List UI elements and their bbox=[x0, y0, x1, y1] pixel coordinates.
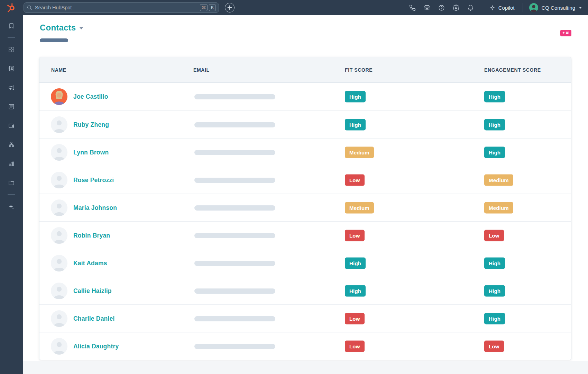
fit-score-badge: High bbox=[345, 91, 366, 103]
fit-score-badge: Medium bbox=[345, 146, 374, 158]
table-row[interactable]: Ruby Zheng High High bbox=[39, 110, 571, 138]
command-key: ⌘ bbox=[200, 4, 208, 11]
contact-name-link[interactable]: Maria Johnson bbox=[73, 194, 117, 222]
contact-name-link[interactable]: Rose Petrozzi bbox=[73, 166, 114, 194]
column-header-engagement-score[interactable]: ENGAGEMENT SCORE bbox=[484, 57, 541, 83]
sidebar-item-content[interactable] bbox=[8, 103, 15, 110]
sidebar-item-commerce[interactable] bbox=[8, 122, 15, 129]
sidebar-item-bookmarks[interactable] bbox=[8, 23, 15, 29]
email-skeleton bbox=[194, 150, 275, 155]
table-row[interactable]: Charlie Daniel Low High bbox=[39, 304, 571, 332]
contact-avatar bbox=[51, 144, 67, 161]
page-title: Contacts bbox=[40, 23, 76, 33]
table-row[interactable]: Callie Haizlip High High bbox=[39, 277, 571, 304]
notifications-icon[interactable] bbox=[463, 0, 478, 15]
engagement-score-badge: Medium bbox=[484, 202, 513, 213]
table-row[interactable]: Lynn Brown Medium High bbox=[39, 138, 571, 166]
chevron-down-icon bbox=[579, 7, 582, 9]
contact-avatar bbox=[51, 172, 67, 188]
engagement-score-badge: Low bbox=[484, 230, 504, 241]
table-body: Joe Castillo High High Ruby Zheng High H… bbox=[39, 83, 571, 360]
table-row[interactable]: Joe Castillo High High bbox=[39, 83, 571, 110]
contacts-table: NAME EMAIL FIT SCORE ENGAGEMENT SCORE Jo… bbox=[39, 57, 571, 360]
table-row[interactable]: Maria Johnson Medium Medium bbox=[39, 194, 571, 221]
sidebar-divider bbox=[8, 37, 15, 38]
contact-name-link[interactable]: Kait Adams bbox=[73, 249, 107, 277]
page-title-menu[interactable]: Contacts bbox=[40, 23, 83, 33]
settings-icon[interactable] bbox=[449, 0, 463, 15]
email-skeleton bbox=[194, 94, 275, 99]
sidebar-item-marketing[interactable] bbox=[8, 84, 15, 91]
email-skeleton bbox=[194, 122, 275, 127]
contact-avatar bbox=[51, 88, 67, 105]
fit-score-badge: Low bbox=[345, 230, 365, 241]
sidebar-item-crm[interactable] bbox=[8, 65, 15, 72]
contact-avatar bbox=[51, 227, 67, 244]
contact-name-link[interactable]: Ruby Zheng bbox=[73, 111, 109, 139]
copilot-sparkle-icon bbox=[489, 5, 495, 11]
engagement-score-badge: Medium bbox=[484, 174, 513, 186]
account-avatar bbox=[529, 3, 538, 12]
contact-name-link[interactable]: Joe Castillo bbox=[73, 83, 108, 110]
contact-avatar bbox=[51, 283, 67, 299]
engagement-score-badge: Low bbox=[484, 340, 504, 352]
topbar-actions: Copilot CQ Consulting bbox=[405, 0, 588, 15]
sidebar-item-reporting[interactable] bbox=[8, 160, 15, 167]
table-row[interactable]: Alicia Daughtry Low Low bbox=[39, 332, 571, 360]
top-navigation-bar: Search HubSpot ⌘ K bbox=[0, 0, 588, 15]
fit-score-badge: High bbox=[345, 285, 366, 296]
table-row[interactable]: Rose Petrozzi Low Medium bbox=[39, 166, 571, 194]
fit-score-badge: Low bbox=[345, 174, 365, 186]
topbar-divider bbox=[523, 3, 523, 12]
topbar-divider bbox=[481, 3, 481, 12]
fit-score-badge: High bbox=[345, 119, 366, 130]
sidebar-navigation bbox=[0, 15, 23, 374]
calling-icon[interactable] bbox=[405, 0, 420, 15]
table-row[interactable]: Kait Adams High High bbox=[39, 249, 571, 277]
engagement-score-badge: High bbox=[484, 285, 505, 296]
email-skeleton bbox=[194, 316, 275, 321]
chevron-down-icon bbox=[80, 27, 83, 29]
ai-badge-label: AI bbox=[566, 30, 570, 36]
k-key: K bbox=[209, 4, 216, 11]
contact-name-link[interactable]: Alicia Daughtry bbox=[73, 332, 119, 360]
marketplace-icon[interactable] bbox=[420, 0, 434, 15]
account-name: CQ Consulting bbox=[541, 5, 575, 11]
contact-name-link[interactable]: Robin Bryan bbox=[73, 222, 110, 249]
search-input[interactable]: Search HubSpot ⌘ K bbox=[24, 2, 219, 13]
fit-score-badge: High bbox=[345, 257, 366, 269]
contact-avatar bbox=[51, 338, 67, 355]
create-button[interactable] bbox=[225, 3, 235, 12]
column-header-fit-score[interactable]: FIT SCORE bbox=[345, 57, 373, 83]
search-shortcut: ⌘ K bbox=[200, 4, 216, 11]
sidebar-item-library[interactable] bbox=[8, 179, 15, 186]
sidebar-item-ai-assistant[interactable] bbox=[8, 203, 15, 210]
search-icon bbox=[27, 5, 32, 10]
table-row[interactable]: Robin Bryan Low Low bbox=[39, 221, 571, 249]
copilot-button[interactable]: Copilot bbox=[484, 5, 520, 11]
sidebar-item-automations[interactable] bbox=[8, 141, 15, 148]
email-skeleton bbox=[194, 205, 275, 211]
email-skeleton bbox=[194, 288, 275, 294]
fit-score-badge: Low bbox=[345, 340, 365, 352]
contact-avatar bbox=[51, 199, 67, 216]
engagement-score-badge: High bbox=[484, 119, 505, 130]
help-icon[interactable] bbox=[434, 0, 449, 15]
contact-avatar bbox=[51, 255, 67, 271]
contact-name-link[interactable]: Charlie Daniel bbox=[73, 305, 115, 332]
copilot-label: Copilot bbox=[498, 5, 515, 11]
contact-name-link[interactable]: Lynn Brown bbox=[73, 139, 109, 166]
email-skeleton bbox=[194, 178, 275, 183]
account-menu[interactable]: CQ Consulting bbox=[526, 3, 588, 12]
ai-badge[interactable]: ✦ AI bbox=[560, 30, 571, 36]
column-header-name[interactable]: NAME bbox=[51, 57, 66, 83]
column-header-email[interactable]: EMAIL bbox=[193, 57, 210, 83]
subtitle-skeleton bbox=[40, 38, 68, 42]
fit-score-badge: Low bbox=[345, 313, 365, 324]
contact-avatar bbox=[51, 116, 67, 133]
contact-name-link[interactable]: Callie Haizlip bbox=[73, 277, 112, 305]
engagement-score-badge: High bbox=[484, 313, 505, 324]
engagement-score-badge: High bbox=[484, 91, 505, 103]
sidebar-item-workspaces[interactable] bbox=[8, 46, 15, 53]
hubspot-logo[interactable] bbox=[6, 3, 16, 13]
